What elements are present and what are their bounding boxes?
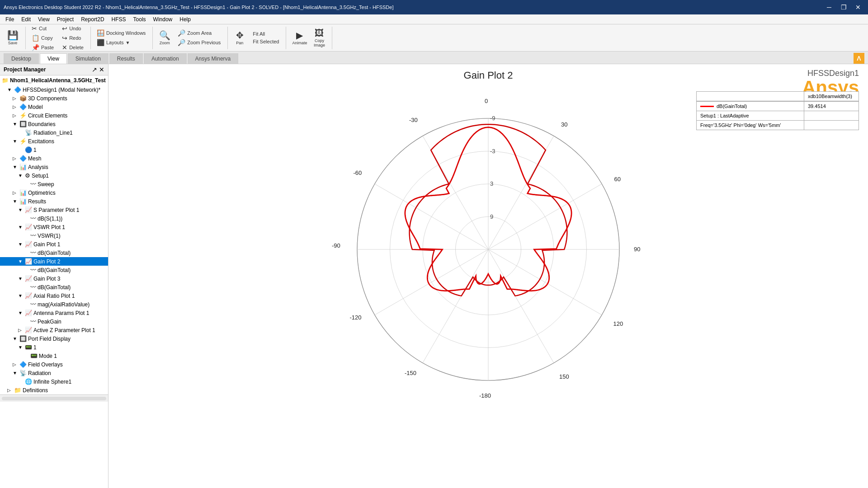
tree-axialplot1[interactable]: ▼ 📈 Axial Ratio Plot 1 [0,291,108,300]
menu-project[interactable]: Project [53,15,77,23]
fit-selected-button[interactable]: Fit Selected [250,38,282,45]
tree-setup1[interactable]: ▼ ⚙ Setup1 [0,171,108,180]
menu-view[interactable]: View [34,15,53,23]
tab-simulation[interactable]: Simulation [68,53,108,64]
zoom-button[interactable]: 🔍 Zoom [156,29,174,47]
tree-excitations[interactable]: ▼ ⚡ Excitations [0,137,108,145]
expand-vswr1[interactable]: ▼ [18,225,24,230]
docking-windows-button[interactable]: 🪟 Docking Windows [94,28,149,38]
tree-vswrplot1[interactable]: ▼ 📈 VSWR Plot 1 [0,223,108,231]
tree-gainplot2[interactable]: ▼ 📈 Gain Plot 2 [0,257,108,266]
expand-boundaries[interactable]: ▼ [13,122,18,127]
expand-definitions[interactable]: ▷ [7,388,13,393]
tree-peakgain[interactable]: 〰 PeakGain [0,317,108,326]
expand-antenna1[interactable]: ▼ [18,310,24,315]
pan-button[interactable]: ✥ Pan [231,29,249,47]
tree-analysis[interactable]: ▼ 📊 Analysis [0,163,108,171]
expand-portfield[interactable]: ▼ [13,336,18,341]
tree-boundaries[interactable]: ▼ 🔲 Boundaries [0,120,108,128]
tree-sparamplot1[interactable]: ▼ 📈 S Parameter Plot 1 [0,206,108,214]
expand-activez1[interactable]: ▷ [18,328,24,333]
menu-window[interactable]: Window [150,15,176,23]
delete-button[interactable]: ✕ Delete [59,43,87,52]
tree-3dcomp[interactable]: ▷ 📦 3D Components [0,94,108,103]
tree-dbs11[interactable]: 〰 dB(S(1,1)) [0,214,108,223]
tree-hfssdesign1[interactable]: ▼ 🔷 HFSSDesign1 (Modal Network)* [0,85,108,94]
animate-button[interactable]: ▶ Animate [289,29,310,47]
expand-3dcomp[interactable]: ▷ [13,96,18,101]
expand-fieldoverlays[interactable]: ▷ [13,362,18,367]
tree-exc1[interactable]: 🔵 1 [0,145,108,154]
expand-radiation[interactable]: ▼ [13,371,18,375]
expand-results[interactable]: ▼ [13,199,18,204]
tree-infsphere1[interactable]: 🌐 Infinite Sphere1 [0,377,108,386]
expand-hfssdesign1[interactable]: ▼ [7,87,13,92]
menu-edit[interactable]: Edit [18,15,34,23]
tab-results[interactable]: Results [109,53,143,64]
tree-fieldoverlays[interactable]: ▷ 🔷 Field Overlays [0,360,108,369]
tab-view[interactable]: View [40,53,67,64]
copy-button[interactable]: 📋 Copy [28,33,57,42]
tree-mesh[interactable]: ▷ 🔷 Mesh [0,154,108,163]
tree-port1[interactable]: ▼ 📟 1 [0,343,108,352]
expand-model[interactable]: ▷ [13,104,18,109]
project-name-item[interactable]: 📁 Nhom1_HelicalAntenna_3.5GHz_Test [0,75,108,85]
tree-results[interactable]: ▼ 📊 Results [0,197,108,206]
sidebar-float-button[interactable]: ↗ [92,66,97,73]
tree-gainplot1[interactable]: ▼ 📈 Gain Plot 1 [0,240,108,249]
tree-optimetrics[interactable]: ▷ 📊 Optimetrics [0,188,108,197]
redo-button[interactable]: ↪ Redo [59,33,87,42]
zoom-area-button[interactable]: 🔎 Zoom Area [175,28,224,38]
restore-button[interactable]: ❐ [837,2,850,12]
sidebar-close-button[interactable]: ✕ [99,66,104,73]
tree-axialval[interactable]: 〰 mag(AxialRatioValue) [0,300,108,309]
expand-mesh[interactable]: ▷ [13,156,18,161]
tree-radiation[interactable]: ▼ 📡 Radiation [0,369,108,377]
expand-analysis[interactable]: ▼ [13,164,18,169]
tree-definitions[interactable]: ▷ 📁 Definitions [0,386,108,394]
menu-hfss[interactable]: HFSS [108,15,130,23]
tree-sweep[interactable]: 〰 Sweep [0,180,108,188]
cut-button[interactable]: ✂ Cut [28,24,57,33]
expand-setup1[interactable]: ▼ [18,173,24,178]
tree-gainplot3[interactable]: ▼ 📈 Gain Plot 3 [0,274,108,283]
paste-button[interactable]: 📌 Paste [28,43,57,52]
zoom-previous-button[interactable]: 🔎 Zoom Previous [175,38,224,47]
tree-dbgain2[interactable]: 〰 dB(GainTotal) [0,266,108,274]
menu-file[interactable]: File [2,15,18,23]
undo-button[interactable]: ↩ Undo [59,24,87,33]
tree-antennaplot1[interactable]: ▼ 📈 Antenna Params Plot 1 [0,309,108,317]
tree-mode1[interactable]: 📟 Mode 1 [0,352,108,360]
tree-model[interactable]: ▷ 🔷 Model [0,103,108,111]
menu-tools[interactable]: Tools [130,15,150,23]
minimize-button[interactable]: ─ [823,2,835,12]
tree-radline1[interactable]: 📡 Radiation_Line1 [0,128,108,137]
menu-help[interactable]: Help [176,15,194,23]
tree-portfield[interactable]: ▼ 🔲 Port Field Display [0,334,108,343]
expand-gain3[interactable]: ▼ [18,276,24,281]
tab-automation[interactable]: Automation [144,53,187,64]
sidebar-scroll[interactable] [0,394,108,402]
tree-activezplot1[interactable]: ▷ 📈 Active Z Parameter Plot 1 [0,326,108,334]
scroll-track[interactable] [2,397,106,400]
close-button[interactable]: ✕ [852,2,864,12]
fit-all-button[interactable]: Fit All [250,30,282,38]
expand-circuit[interactable]: ▷ [13,113,18,118]
expand-gain1[interactable]: ▼ [18,242,24,247]
expand-gain2[interactable]: ▼ [18,259,24,264]
menu-report2d[interactable]: Report2D [77,15,108,23]
tab-desktop[interactable]: Desktop [4,53,39,64]
tree-circuit[interactable]: ▷ ⚡ Circuit Elements [0,111,108,120]
tree-dbgain1[interactable]: 〰 dB(GainTotal) [0,249,108,257]
expand-optimetrics[interactable]: ▷ [13,190,18,195]
expand-port1[interactable]: ▼ [18,345,24,350]
tab-ansys-minerva[interactable]: Ansys Minerva [188,53,239,64]
expand-excitations[interactable]: ▼ [13,139,18,144]
expand-sparam1[interactable]: ▼ [18,207,24,212]
copy-image-button[interactable]: 🖼 Copy Image [310,27,328,49]
tree-vswr1[interactable]: 〰 VSWR(1) [0,231,108,240]
save-button[interactable]: 💾 Save [4,29,22,47]
expand-axial1[interactable]: ▼ [18,293,24,298]
layouts-button[interactable]: ⬛ Layouts ▼ [94,38,149,47]
tree-dbgain3[interactable]: 〰 dB(GainTotal) [0,283,108,291]
